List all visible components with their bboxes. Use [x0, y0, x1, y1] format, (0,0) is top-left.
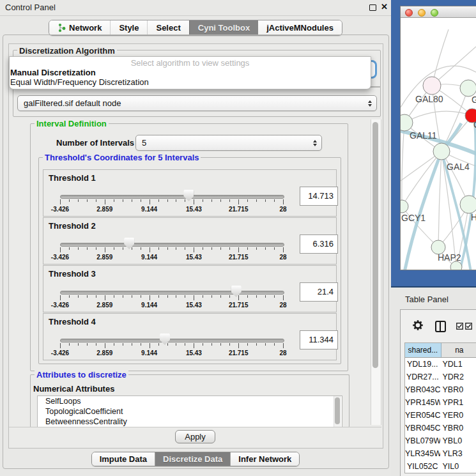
cell-name[interactable]: YIL0 — [440, 460, 476, 473]
tick-mark — [60, 199, 61, 204]
tick-mark — [211, 343, 212, 346]
network-node-gal80[interactable] — [423, 77, 441, 95]
tick-mark — [194, 343, 194, 348]
network-node-h[interactable] — [460, 196, 476, 213]
table-row[interactable]: YDR27...YDR2 — [405, 371, 476, 383]
table-data-combobox[interactable]: galFiltered.sif default node — [17, 95, 377, 111]
algorithm-option-manual[interactable]: Manual Discretization — [10, 68, 96, 77]
threshold-slider-track[interactable] — [60, 339, 284, 342]
column-header-name[interactable]: na — [441, 343, 476, 357]
cell-shared-name[interactable]: YPR145W — [405, 396, 440, 409]
threshold-slider-track[interactable] — [60, 195, 284, 199]
zoom-traffic-light-icon[interactable] — [431, 9, 438, 17]
network-node-label: H — [471, 212, 476, 222]
cell-name[interactable]: YBR0 — [440, 422, 476, 434]
tick-label: 9.144 — [141, 206, 157, 213]
table-row[interactable]: YBR043CYBR0 — [405, 383, 476, 396]
threshold-value-field[interactable]: 11.344 — [300, 330, 338, 349]
cell-shared-name[interactable]: YDR27... — [405, 371, 440, 383]
network-node-label: HAP2 — [438, 252, 461, 263]
threshold-slider-track[interactable] — [60, 243, 284, 247]
float-window-icon[interactable] — [369, 4, 376, 11]
attributes-list-scrollbar[interactable] — [334, 396, 341, 428]
split-columns-icon[interactable] — [435, 321, 446, 332]
tick-mark — [176, 343, 176, 346]
panel-scrollbar-thumb[interactable] — [372, 122, 378, 368]
tick-mark — [141, 295, 141, 298]
cell-name[interactable]: YDL1 — [440, 358, 476, 371]
column-header-shared-name[interactable]: shared... — [405, 343, 441, 357]
cell-name[interactable]: YBR0 — [440, 383, 476, 396]
table-row[interactable]: YER054CYER0 — [405, 409, 476, 422]
network-node-gal4[interactable] — [433, 143, 450, 160]
tick-mark — [69, 343, 70, 346]
tick-mark — [265, 247, 266, 250]
tab-network[interactable]: Network — [49, 20, 110, 35]
network-node-gcy1[interactable] — [401, 200, 408, 213]
attribute-list-item[interactable]: SelfLoops — [38, 396, 342, 406]
tick-mark — [132, 343, 132, 346]
cell-name[interactable]: YDR2 — [440, 371, 476, 383]
close-traffic-light-icon[interactable] — [405, 9, 413, 17]
table-row[interactable]: YPR145WYPR1 — [405, 396, 476, 409]
tick-mark — [247, 247, 248, 250]
cell-shared-name[interactable]: YER054C — [405, 409, 440, 422]
algorithm-option-equal-width[interactable]: Equal Width/Frequency Discretization — [10, 77, 149, 87]
cell-shared-name[interactable]: YBR045C — [405, 422, 440, 434]
tick-mark — [229, 247, 230, 250]
numerical-attributes-list[interactable]: SelfLoopsTopologicalCoefficientBetweenne… — [37, 395, 342, 429]
tick-mark — [274, 247, 275, 250]
tab-select[interactable]: Select — [147, 20, 188, 35]
tick-mark — [60, 295, 61, 300]
tick-mark — [211, 199, 212, 202]
table-row[interactable]: YLR345WYLR3 — [405, 447, 476, 460]
cell-name[interactable]: YBL0 — [440, 434, 476, 447]
bottom-tab-infer-network[interactable]: Infer Network — [230, 452, 299, 466]
tick-label: 2.859 — [96, 206, 112, 213]
tab-cyni-toolbox[interactable]: Cyni Toolbox — [189, 20, 258, 35]
threshold-label: Threshold 3 — [49, 269, 96, 279]
tick-mark — [60, 343, 61, 348]
bottom-tab-discretize-data[interactable]: Discretize Data — [155, 452, 230, 466]
cell-name[interactable]: YER0 — [440, 409, 476, 422]
threshold-row: Threshold 1 -3.4262.8599.14415.4321.7152… — [43, 169, 337, 217]
tab-style[interactable]: Style — [110, 20, 147, 35]
network-canvas[interactable]: GAL80GCGAL11GAL4GCY1HHAP2 — [401, 18, 476, 270]
attributes-list-scrollbar-thumb[interactable] — [335, 397, 340, 424]
table-row[interactable]: YBR045CYBR0 — [405, 422, 476, 434]
threshold-value-field[interactable]: 6.316 — [300, 234, 338, 254]
table-row[interactable]: YBL079WYBL0 — [405, 434, 476, 447]
cell-name[interactable]: YPR1 — [440, 396, 476, 409]
cell-shared-name[interactable]: YBL079W — [405, 434, 440, 447]
threshold-value-field[interactable]: 14.713 — [300, 187, 338, 206]
threshold-value-field[interactable]: 21.4 — [300, 282, 338, 302]
table-row[interactable]: YDL19...YDL1 — [405, 358, 476, 371]
tab-jactivemnodules[interactable]: jActiveMNodules — [258, 20, 342, 35]
cell-name[interactable]: YLR3 — [440, 447, 476, 460]
cell-shared-name[interactable]: YIL052C — [405, 460, 440, 473]
panel-scrollbar[interactable] — [371, 119, 381, 425]
network-window[interactable]: GAL80GCGAL11GAL4GCY1HHAP2 — [400, 6, 476, 270]
checkbox-checked-icon[interactable] — [456, 323, 463, 330]
apply-button[interactable]: Apply — [175, 430, 215, 443]
table-data-group: Table Data galFiltered.sif default node — [13, 86, 381, 117]
tick-mark — [96, 199, 96, 202]
num-intervals-combobox[interactable]: 5 — [135, 135, 322, 151]
close-icon[interactable]: ✕ — [381, 2, 388, 12]
threshold-slider-track[interactable] — [60, 291, 284, 295]
cell-shared-name[interactable]: YLR345W — [405, 447, 440, 460]
network-edge — [402, 123, 404, 206]
tick-mark — [158, 247, 159, 250]
table-row[interactable]: YIL052CYIL0 — [405, 460, 476, 473]
cell-shared-name[interactable]: YDL19... — [405, 358, 440, 371]
tick-mark — [114, 343, 114, 346]
checkbox-icons[interactable] — [456, 323, 472, 330]
cell-shared-name[interactable]: YBR043C — [405, 383, 440, 396]
tick-label: 21.715 — [229, 302, 249, 309]
minimize-traffic-light-icon[interactable] — [418, 9, 426, 17]
checkbox-checked-icon[interactable] — [465, 323, 472, 330]
attribute-list-item[interactable]: TopologicalCoefficient — [38, 406, 342, 417]
bottom-tab-impute-data[interactable]: Impute Data — [92, 452, 155, 466]
gear-icon[interactable] — [412, 319, 424, 331]
attribute-list-item[interactable]: BetweennessCentrality — [38, 417, 342, 427]
